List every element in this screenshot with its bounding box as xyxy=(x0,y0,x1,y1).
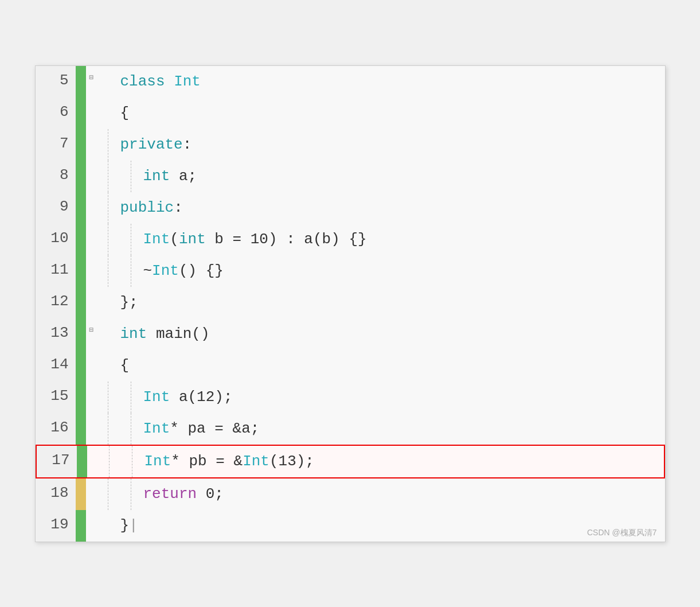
code-row: 19}| xyxy=(36,510,665,542)
code-token: { xyxy=(120,357,130,374)
fold-indicator[interactable] xyxy=(86,478,97,510)
gutter-indicator xyxy=(76,478,86,510)
fold-indicator[interactable] xyxy=(86,510,97,542)
gutter-indicator xyxy=(76,161,86,192)
code-content: Int* pa = &a; xyxy=(143,413,665,445)
code-row: 15Int a(12); xyxy=(36,382,665,413)
code-row: 17Int* pb = &Int(13); xyxy=(36,445,665,478)
code-token: (13); xyxy=(269,453,314,470)
code-token: () {} xyxy=(179,262,224,279)
watermark: CSDN @槐夏风清7 xyxy=(587,528,657,538)
fold-indicator[interactable] xyxy=(86,413,97,445)
code-token: private xyxy=(120,136,183,153)
indent-area-2 xyxy=(120,413,143,445)
code-token: : xyxy=(174,199,183,216)
fold-indicator[interactable] xyxy=(86,350,97,382)
fold-indicator[interactable] xyxy=(86,161,97,192)
line-number: 9 xyxy=(36,192,76,224)
indent-area xyxy=(97,382,120,413)
indent-area xyxy=(97,510,120,542)
code-token: Int xyxy=(143,231,170,248)
gutter-indicator xyxy=(76,382,86,413)
code-content: Int a(12); xyxy=(143,382,665,413)
indent-area xyxy=(99,446,122,477)
code-editor: 5⊟class Int6{7private:8int a;9public:10I… xyxy=(35,65,666,542)
code-token: }; xyxy=(120,294,138,311)
code-row: 9public: xyxy=(36,192,665,224)
code-token: Int xyxy=(243,453,269,470)
code-content: { xyxy=(120,98,665,129)
line-number: 18 xyxy=(36,478,76,510)
fold-indicator[interactable]: ⊟ xyxy=(86,318,97,350)
gutter-indicator xyxy=(76,66,86,98)
code-token: Int xyxy=(143,420,170,437)
code-token: public xyxy=(120,199,174,216)
line-number: 16 xyxy=(36,413,76,445)
code-token: class xyxy=(120,73,174,90)
code-token: } xyxy=(120,517,130,534)
indent-area-2 xyxy=(120,382,143,413)
line-number: 19 xyxy=(36,510,76,542)
line-number: 14 xyxy=(36,350,76,382)
code-content: public: xyxy=(120,192,665,224)
code-row: 7private: xyxy=(36,129,665,161)
fold-indicator[interactable] xyxy=(86,255,97,287)
code-content: ~Int() {} xyxy=(143,255,665,287)
code-row: 18return 0; xyxy=(36,478,665,510)
code-token: b = 10) : a(b) {} xyxy=(214,231,366,248)
code-row: 5⊟class Int xyxy=(36,66,665,98)
gutter-indicator xyxy=(76,129,86,161)
line-number: 6 xyxy=(36,98,76,129)
indent-area xyxy=(97,129,120,161)
code-row: 10Int(int b = 10) : a(b) {} xyxy=(36,224,665,255)
code-token: main() xyxy=(156,325,210,343)
code-token: ( xyxy=(170,231,179,248)
code-token: | xyxy=(129,517,138,534)
code-row: 6{ xyxy=(36,98,665,129)
code-token: * pb = & xyxy=(171,453,243,470)
code-row: 13⊟int main() xyxy=(36,318,665,350)
line-number: 12 xyxy=(36,287,76,318)
code-token: a(12); xyxy=(170,388,232,406)
code-token: : xyxy=(183,136,192,153)
fold-indicator[interactable] xyxy=(87,446,99,477)
code-content: Int(int b = 10) : a(b) {} xyxy=(143,224,665,255)
code-token: Int xyxy=(143,388,170,406)
indent-area xyxy=(97,224,120,255)
code-token: 0; xyxy=(206,485,224,503)
code-row: 11~Int() {} xyxy=(36,255,665,287)
line-number: 5 xyxy=(36,66,76,98)
fold-indicator[interactable] xyxy=(86,224,97,255)
fold-indicator[interactable] xyxy=(86,98,97,129)
code-content: int main() xyxy=(120,318,665,350)
indent-area-2 xyxy=(122,446,144,477)
indent-area xyxy=(97,413,120,445)
line-number: 11 xyxy=(36,255,76,287)
gutter-indicator xyxy=(77,446,87,477)
gutter-indicator xyxy=(76,192,86,224)
code-row: 16Int* pa = &a; xyxy=(36,413,665,445)
fold-indicator[interactable] xyxy=(86,382,97,413)
code-content: Int* pb = &Int(13); xyxy=(144,446,664,477)
code-content: { xyxy=(120,350,665,382)
indent-area xyxy=(97,255,120,287)
gutter-indicator xyxy=(76,510,86,542)
fold-indicator[interactable] xyxy=(86,192,97,224)
gutter-indicator xyxy=(76,413,86,445)
line-number: 15 xyxy=(36,382,76,413)
code-token: Int xyxy=(152,262,179,279)
indent-area xyxy=(97,98,120,129)
gutter-indicator xyxy=(76,287,86,318)
code-token: int xyxy=(179,231,214,248)
code-token: * pa = &a; xyxy=(170,420,259,437)
code-token: int xyxy=(120,325,156,343)
gutter-indicator xyxy=(76,318,86,350)
code-row: 8int a; xyxy=(36,161,665,192)
fold-indicator[interactable] xyxy=(86,287,97,318)
line-number: 8 xyxy=(36,161,76,192)
code-content: private: xyxy=(120,129,665,161)
indent-area-2 xyxy=(120,478,143,510)
code-token: int xyxy=(143,168,179,185)
fold-indicator[interactable] xyxy=(86,129,97,161)
fold-indicator[interactable]: ⊟ xyxy=(86,66,97,98)
